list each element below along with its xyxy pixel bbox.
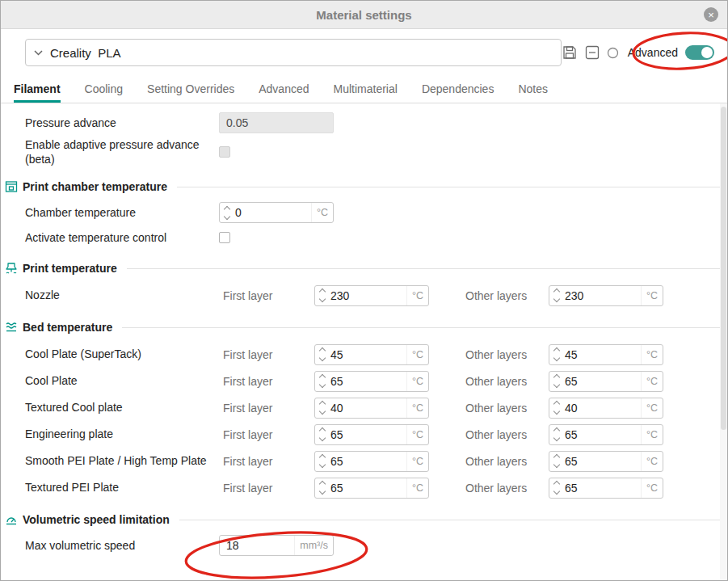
section-title: Print chamber temperature [23, 180, 167, 193]
max-volumetric-speed-input[interactable]: 18 mm³/s [219, 535, 334, 556]
spinner[interactable] [549, 425, 563, 444]
spinner[interactable] [315, 372, 329, 391]
tab-setting-overrides[interactable]: Setting Overrides [147, 82, 234, 103]
nozzle-first-layer-input[interactable]: 230 °C [314, 285, 429, 306]
advanced-toggle[interactable] [685, 45, 714, 60]
setting-label: Textured Cool plate [25, 400, 223, 415]
spinner[interactable] [315, 286, 329, 305]
first-layer-input[interactable]: 65 °C [314, 451, 429, 472]
section-divider [122, 327, 721, 328]
other-layers-label: Other layers [465, 348, 530, 361]
close-icon: × [708, 10, 714, 20]
other-layers-label: Other layers [465, 455, 530, 468]
nozzle-temperature-icon [4, 262, 19, 275]
input-value: 65 [563, 455, 578, 468]
max-volumetric-speed-row: Max volumetric speed 18 mm³/s [25, 533, 721, 558]
window-title: Material settings [316, 8, 411, 22]
filament-settings-page: Pressure advance 0.05 Enable adaptive pr… [1, 103, 727, 558]
first-layer-input[interactable]: 65 °C [314, 424, 429, 445]
activate-temp-control-checkbox[interactable] [219, 232, 230, 243]
other-layers-input[interactable]: 65 °C [549, 478, 663, 499]
close-button[interactable]: × [704, 7, 718, 22]
pressure-advance-input[interactable]: 0.05 [219, 112, 334, 133]
spinner[interactable] [220, 203, 234, 222]
spinner[interactable] [549, 478, 563, 498]
input-value: 45 [563, 348, 578, 361]
unit-label: °C [641, 398, 663, 418]
section-title: Volumetric speed limitation [23, 513, 170, 526]
other-layers-label: Other layers [465, 375, 530, 388]
tab-multimaterial[interactable]: Multimaterial [334, 82, 398, 103]
toggle-knob [701, 47, 713, 58]
other-layers-input[interactable]: 65 °C [549, 451, 663, 472]
section-print-temperature: Print temperature [4, 259, 721, 277]
spinner[interactable] [315, 452, 329, 471]
spinner[interactable] [315, 345, 329, 364]
delete-preset-button[interactable] [585, 45, 600, 60]
unit-label: °C [406, 345, 428, 364]
unit-label: °C [641, 425, 663, 444]
preset-selector[interactable]: Creality PLA [25, 39, 562, 66]
first-layer-label: First layer [223, 455, 296, 468]
other-layers-input[interactable]: 45 °C [549, 344, 663, 365]
tab-advanced[interactable]: Advanced [259, 82, 309, 103]
input-value: 0.05 [226, 116, 248, 129]
other-layers-input[interactable]: 40 °C [549, 398, 663, 419]
input-value: 40 [329, 402, 343, 415]
vertical-scrollbar[interactable] [720, 103, 727, 580]
other-layers-input[interactable]: 65 °C [549, 424, 663, 445]
bed-row-textured-pei: Textured PEI Plate First layer 65 °C Oth… [25, 474, 721, 501]
other-layers-input[interactable]: 65 °C [549, 371, 663, 392]
nozzle-other-layers-input[interactable]: 230 °C [549, 285, 663, 306]
section-chamber: Print chamber temperature [4, 178, 721, 196]
adaptive-pa-checkbox[interactable] [219, 146, 230, 158]
scrollbar-thumb[interactable] [721, 107, 726, 430]
input-value: 65 [563, 428, 578, 441]
other-layers-label: Other layers [465, 482, 530, 495]
unit-label: mm³/s [294, 536, 333, 555]
bed-icon-svg [5, 321, 18, 334]
gauge-icon-svg [5, 513, 18, 526]
chamber-temperature-row: Chamber temperature 0 °C [25, 200, 721, 225]
other-layers-label: Other layers [465, 289, 530, 302]
tab-notes[interactable]: Notes [518, 82, 548, 103]
input-value: 65 [329, 455, 343, 468]
compare-preset-button[interactable] [607, 47, 619, 59]
setting-label: Textured PEI Plate [25, 480, 223, 495]
setting-label: Cool Plate (SuperTack) [25, 347, 223, 361]
spinner[interactable] [549, 398, 563, 418]
section-title: Print temperature [23, 262, 117, 275]
spinner[interactable] [315, 425, 329, 444]
spinner[interactable] [549, 286, 563, 305]
save-preset-button[interactable] [562, 44, 578, 61]
spinner[interactable] [549, 452, 563, 471]
other-layers-label: Other layers [465, 402, 530, 415]
circle-icon [607, 47, 619, 59]
spinner[interactable] [315, 478, 329, 498]
first-layer-label: First layer [223, 428, 296, 441]
tab-cooling[interactable]: Cooling [85, 82, 123, 103]
chamber-temperature-input[interactable]: 0 °C [219, 202, 334, 223]
spinner[interactable] [315, 398, 329, 418]
first-layer-input[interactable]: 65 °C [314, 371, 429, 392]
preset-bar: Creality PLA Advanced [1, 29, 727, 74]
adaptive-pa-row: Enable adaptive pressure advance (beta) [25, 136, 721, 168]
spinner[interactable] [549, 345, 563, 364]
input-value: 65 [563, 482, 578, 495]
tab-filament[interactable]: Filament [14, 82, 61, 103]
setting-label: Smooth PEI Plate / High Temp Plate [25, 453, 223, 468]
section-divider [127, 268, 721, 269]
spinner[interactable] [549, 372, 563, 391]
first-layer-input[interactable]: 65 °C [314, 478, 429, 499]
unit-label: °C [641, 452, 663, 471]
unit-label: °C [406, 398, 428, 418]
tab-dependencies[interactable]: Dependencies [422, 82, 494, 103]
settings-tabs: Filament Cooling Setting Overrides Advan… [1, 74, 727, 103]
first-layer-input[interactable]: 45 °C [314, 344, 429, 365]
bed-row-textured-cool-plate: Textured Cool plate First layer 40 °C Ot… [25, 394, 721, 421]
minus-box-icon [585, 45, 600, 60]
nozzle-temp-row: Nozzle First layer 230 °C Other layers 2… [25, 282, 721, 309]
input-value: 65 [329, 375, 343, 388]
first-layer-input[interactable]: 40 °C [314, 398, 429, 419]
section-divider [177, 187, 721, 187]
